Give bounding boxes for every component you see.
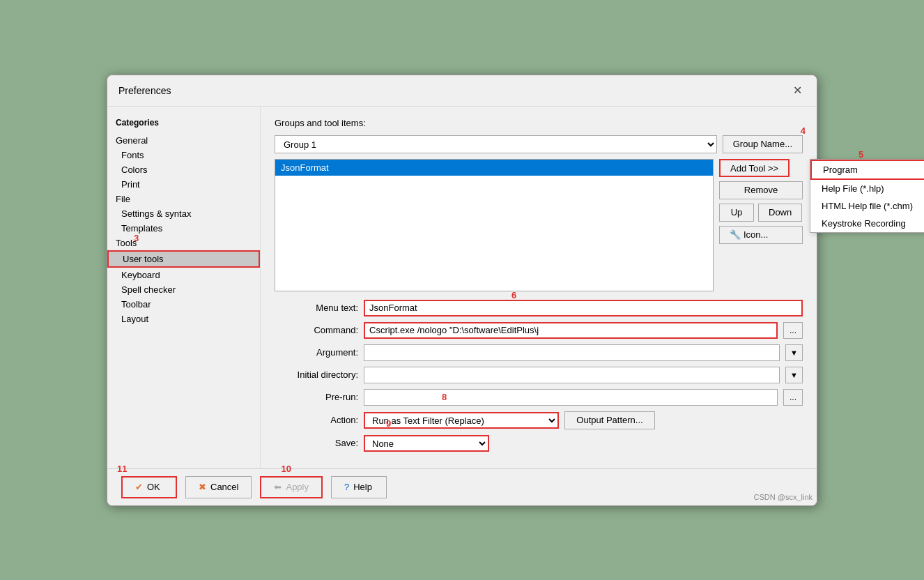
tool-list[interactable]: JsonFormat [275,159,714,291]
initial-dir-arrow-button[interactable]: ▼ [785,367,803,383]
pre-run-label: Pre-run: [275,392,358,402]
apply-icon: ⬅ [274,482,282,492]
sidebar-item-user-tools[interactable]: User tools [107,250,260,268]
save-select[interactable]: None Current file All files [364,435,489,452]
group-name-button[interactable]: Group Name... [723,135,803,153]
annotation-5: 5 [858,149,863,160]
menu-text-row: Menu text: [275,300,803,316]
ok-button[interactable]: ✔ OK [121,476,177,498]
help-icon: ? [344,482,349,492]
ok-label: OK [147,482,160,492]
group-select[interactable]: Group 1 [275,135,717,153]
updown-row: Up Down [719,204,803,222]
remove-button[interactable]: Remove [719,181,803,199]
dialog-body: Categories General Fonts Colors Print Fi… [107,107,817,468]
tools-area: JsonFormat Add Tool >> Program Help File… [275,159,803,291]
argument-label: Argument: [275,347,358,358]
groups-label: Groups and tool items: [275,118,803,128]
sidebar-title: Categories [107,115,260,133]
dialog-title: Preferences [118,85,171,96]
menu-text-label: Menu text: [275,303,358,313]
add-tool-button[interactable]: Add Tool >> [719,159,790,177]
pre-run-browse-button[interactable]: ... [783,389,803,406]
sidebar-item-layout[interactable]: Layout [107,312,260,326]
argument-arrow-button[interactable]: ▼ [785,344,803,361]
initial-dir-label: Initial directory: [275,369,358,380]
apply-button[interactable]: ⬅ Apply [260,476,323,498]
sidebar-item-colors[interactable]: Colors [107,162,260,177]
initial-dir-input[interactable] [364,367,780,383]
initial-dir-row: Initial directory: ▼ [275,367,803,383]
close-button[interactable]: ✕ [789,82,806,99]
command-input[interactable] [364,322,778,339]
up-button[interactable]: Up [719,204,754,222]
preferences-dialog: Preferences ✕ Categories General Fonts C… [107,75,817,506]
add-tool-dropdown: Program Help File (*.hlp) HTML Help file… [810,159,924,233]
watermark: CSDN @scx_link [753,493,813,501]
dropdown-item-help-file[interactable]: Help File (*.hlp) [810,180,924,197]
help-label: Help [353,482,372,492]
save-row: Save: None Current file All files [275,435,803,452]
ok-icon: ✔ [135,482,143,492]
sidebar-item-tools[interactable]: Tools 3 [107,236,260,250]
save-label: Save: [275,438,358,448]
dropdown-item-program[interactable]: Program [810,160,924,180]
action-select[interactable]: Run as Text Filter (Replace) Run normal … [364,412,559,429]
sidebar-item-settings-syntax[interactable]: Settings & syntax [107,206,260,221]
down-button[interactable]: Down [758,204,802,222]
dropdown-item-keystroke[interactable]: Keystroke Recording [810,215,924,232]
command-label: Command: [275,325,358,335]
groups-row: Group 1 Group Name... 4 [275,135,803,153]
cancel-button[interactable]: ✖ Cancel [185,476,252,498]
sidebar: Categories General Fonts Colors Print Fi… [107,107,261,468]
pre-run-row: Pre-run: ... [275,389,803,406]
wrench-icon: 🔧 [730,229,741,240]
output-pattern-button[interactable]: Output Pattern... [564,411,655,429]
argument-row: Argument: ▼ [275,344,803,361]
sidebar-item-toolbar[interactable]: Toolbar [107,297,260,312]
sidebar-item-keyboard[interactable]: Keyboard [107,268,260,282]
action-label: Action: [275,415,358,425]
apply-label: Apply [286,482,309,492]
sidebar-item-fonts[interactable]: Fonts [107,148,260,162]
command-row: Command: ... [275,322,803,339]
menu-text-input[interactable] [364,300,803,316]
sidebar-item-spell-checker[interactable]: Spell checker [107,282,260,297]
tool-buttons: Add Tool >> Program Help File (*.hlp) HT… [719,159,803,291]
cancel-icon: ✖ [199,482,206,492]
argument-input[interactable] [364,344,780,361]
title-bar: Preferences ✕ [107,75,817,107]
sidebar-item-file[interactable]: File [107,192,260,206]
tool-list-item[interactable]: JsonFormat [275,160,713,176]
sidebar-item-templates[interactable]: Templates [107,221,260,236]
help-button[interactable]: ? Help [331,476,387,498]
icon-button[interactable]: 🔧 Icon... [719,226,803,244]
sidebar-item-print[interactable]: Print [107,177,260,192]
pre-run-input[interactable] [364,389,778,406]
cancel-label: Cancel [210,482,238,492]
action-row: Action: Run as Text Filter (Replace) Run… [275,411,803,429]
dropdown-item-html-help[interactable]: HTML Help file (*.chm) [810,197,924,215]
dialog-footer: ✔ OK 11 ✖ Cancel ⬅ Apply 10 ? Help [107,468,817,505]
sidebar-item-general[interactable]: General [107,133,260,148]
command-browse-button[interactable]: ... [783,322,803,339]
main-content: Groups and tool items: Group 1 Group Nam… [261,107,817,468]
annotation-6: 6 [511,290,516,300]
